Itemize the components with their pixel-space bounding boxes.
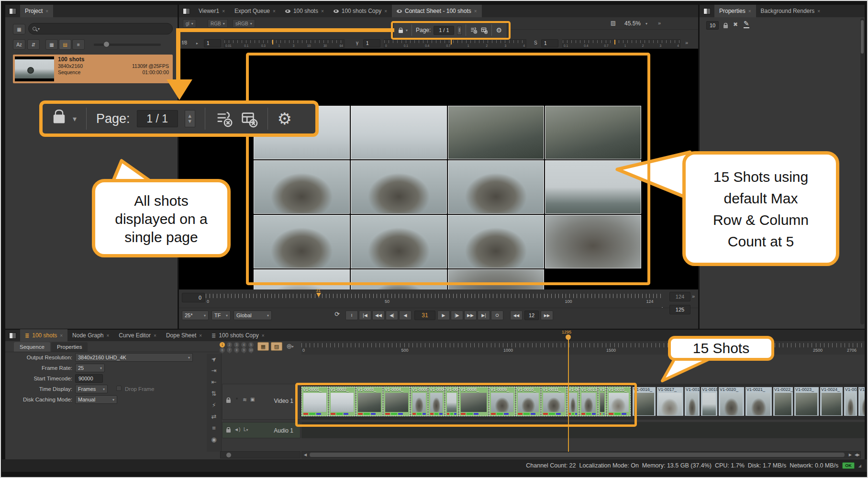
gear-icon[interactable]: ⚙ bbox=[496, 26, 502, 34]
frame-rate-dropdown[interactable]: 25▾ bbox=[75, 364, 105, 372]
disk-caching-dropdown[interactable]: Manual▾ bbox=[75, 395, 117, 404]
timeline-clip-v1-0018[interactable]: V1-0018_ bbox=[684, 387, 700, 416]
gain-field[interactable]: 1 bbox=[204, 39, 221, 47]
contact-sheet-cell[interactable] bbox=[351, 269, 447, 289]
timeline-clip-v1-0017[interactable]: V1-0017_ bbox=[657, 387, 684, 416]
tab-project[interactable]: Project × bbox=[20, 5, 53, 17]
node-panel-count-field[interactable]: 10 bbox=[706, 21, 719, 30]
lock-icon[interactable] bbox=[399, 30, 403, 33]
close-icon[interactable]: × bbox=[273, 9, 276, 14]
multi-select-tool-icon[interactable]: ➤ bbox=[210, 355, 219, 364]
scroll-step-icons[interactable]: ◀▶ bbox=[855, 453, 859, 457]
video-track-lane[interactable]: V1-0001_V1-0002_V1-0003_V1-0004_V1-0005_… bbox=[301, 384, 865, 420]
lock-icon[interactable] bbox=[226, 429, 231, 433]
tab-dope-sheet[interactable]: Dope Sheet× bbox=[161, 329, 207, 342]
marker-pin-4[interactable]: 4 bbox=[241, 342, 246, 347]
marker-pin-10[interactable]: 10 bbox=[248, 347, 254, 353]
timeline-view-button[interactable]: ▦ bbox=[257, 342, 269, 351]
start-timecode-field[interactable]: 90000 bbox=[75, 374, 103, 383]
tab-100-shots-copy[interactable]: 100 shots Copy× bbox=[329, 5, 392, 17]
close-icon[interactable]: × bbox=[154, 333, 156, 338]
timeline-clip-v1-0022[interactable]: V1-0022_ bbox=[773, 387, 793, 416]
channel-dropdown-srgb[interactable]: sRGB▾ bbox=[233, 19, 255, 28]
tab-100-shots[interactable]: 100 shots× bbox=[280, 5, 329, 17]
timeline-ruler[interactable]: 05001000150025002706 bbox=[301, 341, 865, 355]
slider-knob[interactable] bbox=[103, 41, 110, 47]
gain-slider[interactable]: 0.010.10.313103064 bbox=[224, 39, 345, 48]
current-frame-field[interactable]: 0 bbox=[182, 293, 205, 302]
retime-tool-icon[interactable]: ◉ bbox=[211, 436, 216, 444]
transport-button-0[interactable]: I bbox=[345, 311, 358, 320]
marker-pin-1[interactable]: 1 bbox=[220, 342, 225, 347]
audio-track-header[interactable]: ◄) L▾ Audio 1 bbox=[222, 422, 300, 438]
timeline-clip-v1-0013[interactable]: V1-0013_ bbox=[579, 387, 598, 416]
speaker-icon[interactable]: ◄) bbox=[234, 427, 240, 432]
close-icon[interactable]: × bbox=[321, 9, 324, 14]
timeline-clip-v1-0002[interactable]: V1-0002_ bbox=[329, 387, 356, 416]
timeline-clip-v1-0023[interactable]: V1-0023_ bbox=[794, 387, 819, 416]
fps-dropdown[interactable]: 25*▾ bbox=[182, 311, 209, 320]
select-all-tracks-tool-icon[interactable]: ⇤ bbox=[211, 378, 217, 386]
contact-sheet-view-button[interactable]: ▨ bbox=[271, 342, 282, 351]
resize-handle-icon[interactable]: ◢ bbox=[858, 464, 861, 468]
dropdown-arrow-icon[interactable]: ▾ bbox=[645, 22, 647, 26]
audio-track-lane[interactable] bbox=[301, 422, 865, 438]
close-icon[interactable]: × bbox=[222, 9, 225, 14]
gamma-slider[interactable]: 00.10.40.71234 bbox=[384, 39, 526, 48]
transport-button-2[interactable]: ◀◀ bbox=[372, 311, 385, 320]
output-resolution-dropdown[interactable]: 3840x2160 UHD_4K▾ bbox=[75, 353, 193, 362]
scroll-right-icon[interactable]: ▶ bbox=[849, 453, 852, 457]
marker-pin-7[interactable]: 7 bbox=[227, 347, 232, 353]
mask-icon[interactable]: ▣ bbox=[250, 397, 255, 402]
page-stepper[interactable]: ▲▼ bbox=[457, 26, 462, 35]
close-icon[interactable]: × bbox=[60, 333, 63, 338]
step-forward-button[interactable]: ▶▶ bbox=[541, 311, 553, 320]
transport-button-r1[interactable]: |▶ bbox=[451, 311, 463, 320]
contact-sheet-cell[interactable] bbox=[545, 215, 641, 268]
saturation-field[interactable]: 1 bbox=[541, 39, 558, 47]
timecode-format-dropdown[interactable]: TF▾ bbox=[211, 311, 231, 320]
timeline-clip-v1-0016[interactable]: V1-0016_ bbox=[632, 387, 656, 416]
subtab-properties[interactable]: Properties bbox=[51, 342, 88, 352]
panel-layout-icon[interactable] bbox=[9, 8, 16, 14]
close-all-panels-icon[interactable]: ✖ bbox=[733, 21, 738, 28]
step-back-button[interactable]: ◀◀ bbox=[510, 311, 523, 320]
sort-az-button[interactable]: Az bbox=[13, 39, 25, 50]
timeline-clip-v1-0019[interactable]: V1-0019_ bbox=[701, 387, 718, 416]
tab-node-graph[interactable]: Node Graph× bbox=[67, 329, 114, 342]
tab-100-shots-copy[interactable]: ≣100 shots Copy× bbox=[207, 329, 269, 342]
lock-icon[interactable] bbox=[226, 400, 231, 403]
panel-layout-icon[interactable] bbox=[9, 333, 16, 339]
tab-viewer1[interactable]: Viewer1× bbox=[194, 5, 230, 17]
tab-100-shots[interactable]: ≣100 shots× bbox=[20, 329, 67, 342]
current-frame-display[interactable]: 31 bbox=[414, 311, 435, 320]
select-track-right-tool-icon[interactable]: ⇥ bbox=[211, 367, 217, 375]
saturation-slider[interactable]: 0.10.40.71234 bbox=[562, 39, 680, 48]
timeline-clip-v1-0004[interactable]: V1-0004_ bbox=[383, 387, 410, 416]
record-options-icon[interactable]: ◎▾ bbox=[287, 343, 294, 349]
viewer-canvas[interactable] bbox=[179, 49, 698, 289]
scroll-thumb[interactable] bbox=[310, 453, 845, 457]
tab-contact-sheet-100-shots[interactable]: Contact Sheet - 100 shots× bbox=[392, 5, 482, 17]
marker-pin-8[interactable]: 8 bbox=[234, 347, 239, 353]
panel-layout-icon[interactable] bbox=[183, 8, 190, 14]
audio-channel-dropdown[interactable]: L▾ bbox=[244, 427, 248, 432]
contact-sheet-cell[interactable] bbox=[254, 160, 350, 214]
scope-dropdown[interactable]: Global▾ bbox=[234, 311, 272, 320]
transport-button-1[interactable]: |◀ bbox=[359, 311, 371, 320]
detail-view-button[interactable]: ▤ bbox=[59, 39, 71, 50]
timeline-clip-v1-0021[interactable]: V1-0021_ bbox=[745, 387, 772, 416]
ripple-tool-icon[interactable]: ⚡ bbox=[211, 401, 216, 409]
aperture-label[interactable]: f/8 bbox=[182, 40, 187, 45]
marker-pin-6[interactable]: 6 bbox=[220, 347, 225, 353]
list-view-button[interactable]: ≡ bbox=[72, 39, 85, 50]
slide-tool-icon[interactable]: ≡ bbox=[212, 424, 216, 432]
edit-pencil-icon[interactable]: ✎ bbox=[744, 20, 749, 28]
transport-button-r3[interactable]: ▶| bbox=[478, 311, 490, 320]
timeline-clip-v1-0026[interactable]: V1-0026_ bbox=[858, 387, 865, 416]
bin-view-button[interactable]: ▦ bbox=[13, 24, 25, 34]
contact-sheet-cell[interactable] bbox=[545, 106, 641, 159]
roll-tool-icon[interactable]: ⇄ bbox=[211, 413, 217, 421]
chevron-double-icon[interactable]: » bbox=[692, 293, 694, 299]
close-icon[interactable]: × bbox=[474, 9, 477, 14]
